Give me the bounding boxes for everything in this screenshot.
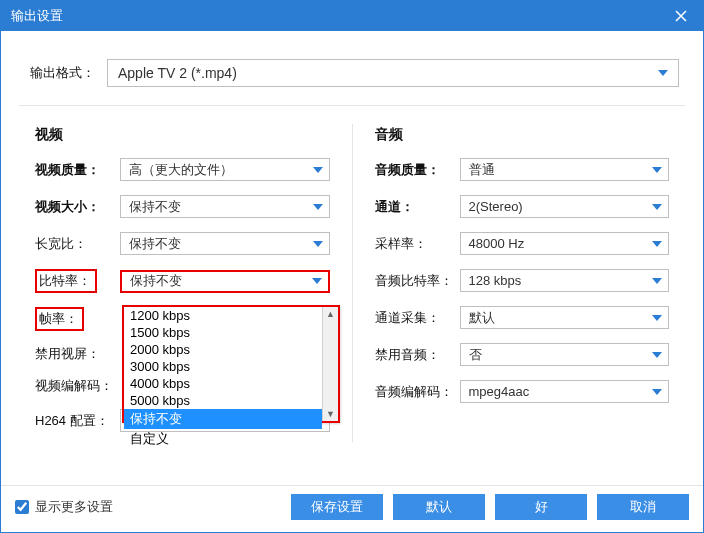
- video-column: 视频 视频质量： 高（更大的文件） 视频大小： 保持不变: [19, 120, 346, 446]
- bitrate-option[interactable]: 4000 kbps: [124, 375, 322, 392]
- output-format-row: 输出格式： Apple TV 2 (*.mp4): [1, 31, 703, 105]
- video-size-select[interactable]: 保持不变: [120, 195, 330, 218]
- vertical-divider: [352, 124, 353, 442]
- audio-capture-label: 通道采集：: [375, 309, 460, 327]
- save-settings-button[interactable]: 保存设置: [291, 494, 383, 520]
- audio-samplerate-value: 48000 Hz: [469, 236, 525, 251]
- bitrate-option[interactable]: 1500 kbps: [124, 324, 322, 341]
- output-settings-dialog: 输出设置 输出格式： Apple TV 2 (*.mp4) 视频 视频质量： 高…: [0, 0, 704, 533]
- default-button[interactable]: 默认: [393, 494, 485, 520]
- chevron-down-icon: [658, 70, 668, 76]
- chevron-down-icon: [652, 352, 662, 358]
- video-quality-value: 高（更大的文件）: [129, 161, 233, 179]
- audio-samplerate-field: 采样率： 48000 Hz: [365, 232, 680, 255]
- video-size-label: 视频大小：: [35, 198, 120, 216]
- video-bitrate-value: 保持不变: [130, 272, 182, 290]
- titlebar: 输出设置: [1, 1, 703, 31]
- audio-disable-field: 禁用音频： 否: [365, 343, 680, 366]
- show-more-checkbox-input[interactable]: [15, 500, 29, 514]
- output-format-value: Apple TV 2 (*.mp4): [118, 65, 237, 81]
- video-aspect-field: 长宽比： 保持不变: [25, 232, 340, 255]
- audio-channel-label: 通道：: [375, 198, 460, 216]
- bitrate-option-selected[interactable]: 保持不变: [124, 409, 322, 429]
- video-size-field: 视频大小： 保持不变: [25, 195, 340, 218]
- chevron-down-icon: [652, 389, 662, 395]
- audio-disable-value: 否: [469, 346, 482, 364]
- chevron-down-icon: [313, 204, 323, 210]
- video-bitrate-label: 比特率：: [35, 269, 120, 293]
- show-more-checkbox[interactable]: 显示更多设置: [15, 498, 113, 516]
- video-codec-label: 视频编解码：: [35, 377, 120, 395]
- bitrate-option[interactable]: 1200 kbps: [124, 307, 322, 324]
- close-icon: [675, 10, 687, 22]
- audio-codec-select[interactable]: mpeg4aac: [460, 380, 670, 403]
- video-quality-select[interactable]: 高（更大的文件）: [120, 158, 330, 181]
- audio-bitrate-field: 音频比特率： 128 kbps: [365, 269, 680, 292]
- show-more-label: 显示更多设置: [35, 498, 113, 516]
- audio-codec-field: 音频编解码： mpeg4aac: [365, 380, 680, 403]
- audio-samplerate-select[interactable]: 48000 Hz: [460, 232, 670, 255]
- chevron-down-icon: [652, 278, 662, 284]
- video-quality-label: 视频质量：: [35, 161, 120, 179]
- audio-channel-field: 通道： 2(Stereo): [365, 195, 680, 218]
- video-fps-label: 帧率：: [35, 307, 120, 331]
- video-size-value: 保持不变: [129, 198, 181, 216]
- chevron-down-icon: [312, 278, 322, 284]
- settings-columns: 视频 视频质量： 高（更大的文件） 视频大小： 保持不变: [1, 106, 703, 454]
- audio-bitrate-select[interactable]: 128 kbps: [460, 269, 670, 292]
- audio-section-title: 音频: [375, 126, 680, 144]
- cancel-button[interactable]: 取消: [597, 494, 689, 520]
- chevron-down-icon: [652, 241, 662, 247]
- ok-button[interactable]: 好: [495, 494, 587, 520]
- video-bitrate-select[interactable]: 保持不变: [120, 270, 330, 293]
- dialog-content: 输出格式： Apple TV 2 (*.mp4) 视频 视频质量： 高（更大的文…: [1, 31, 703, 485]
- video-aspect-select[interactable]: 保持不变: [120, 232, 330, 255]
- audio-disable-select[interactable]: 否: [460, 343, 670, 366]
- bitrate-option[interactable]: 自定义: [124, 429, 322, 449]
- bitrate-option[interactable]: 2000 kbps: [124, 341, 322, 358]
- audio-capture-select[interactable]: 默认: [460, 306, 670, 329]
- dialog-footer: 显示更多设置 保存设置 默认 好 取消: [1, 485, 703, 532]
- chevron-down-icon: [652, 167, 662, 173]
- video-aspect-value: 保持不变: [129, 235, 181, 253]
- audio-codec-value: mpeg4aac: [469, 384, 530, 399]
- audio-samplerate-label: 采样率：: [375, 235, 460, 253]
- output-format-label: 输出格式：: [25, 64, 95, 82]
- audio-bitrate-label: 音频比特率：: [375, 272, 460, 290]
- video-disable-label: 禁用视屏：: [35, 345, 120, 363]
- audio-quality-select[interactable]: 普通: [460, 158, 670, 181]
- audio-quality-value: 普通: [469, 161, 495, 179]
- video-aspect-label: 长宽比：: [35, 235, 120, 253]
- output-format-select[interactable]: Apple TV 2 (*.mp4): [107, 59, 679, 87]
- scroll-up-icon[interactable]: ▲: [326, 307, 335, 321]
- audio-channel-select[interactable]: 2(Stereo): [460, 195, 670, 218]
- dialog-title: 输出设置: [11, 7, 63, 25]
- chevron-down-icon: [313, 241, 323, 247]
- bitrate-option[interactable]: 5000 kbps: [124, 392, 322, 409]
- chevron-down-icon: [652, 204, 662, 210]
- audio-column: 音频 音频质量： 普通 通道： 2(Stereo) 采样: [359, 120, 686, 446]
- video-section-title: 视频: [35, 126, 340, 144]
- scroll-down-icon[interactable]: ▼: [326, 407, 335, 421]
- audio-quality-label: 音频质量：: [375, 161, 460, 179]
- close-button[interactable]: [667, 5, 695, 27]
- video-quality-field: 视频质量： 高（更大的文件）: [25, 158, 340, 181]
- video-h264-label: H264 配置：: [35, 412, 120, 430]
- video-bitrate-dropdown[interactable]: 1200 kbps 1500 kbps 2000 kbps 3000 kbps …: [122, 305, 340, 423]
- audio-capture-field: 通道采集： 默认: [365, 306, 680, 329]
- audio-quality-field: 音频质量： 普通: [365, 158, 680, 181]
- audio-disable-label: 禁用音频：: [375, 346, 460, 364]
- bitrate-option[interactable]: 3000 kbps: [124, 358, 322, 375]
- chevron-down-icon: [652, 315, 662, 321]
- video-bitrate-field: 比特率： 保持不变: [25, 269, 340, 293]
- audio-channel-value: 2(Stereo): [469, 199, 523, 214]
- chevron-down-icon: [313, 167, 323, 173]
- audio-codec-label: 音频编解码：: [375, 383, 460, 401]
- dropdown-scrollbar[interactable]: ▲ ▼: [322, 307, 338, 421]
- audio-capture-value: 默认: [469, 309, 495, 327]
- audio-bitrate-value: 128 kbps: [469, 273, 522, 288]
